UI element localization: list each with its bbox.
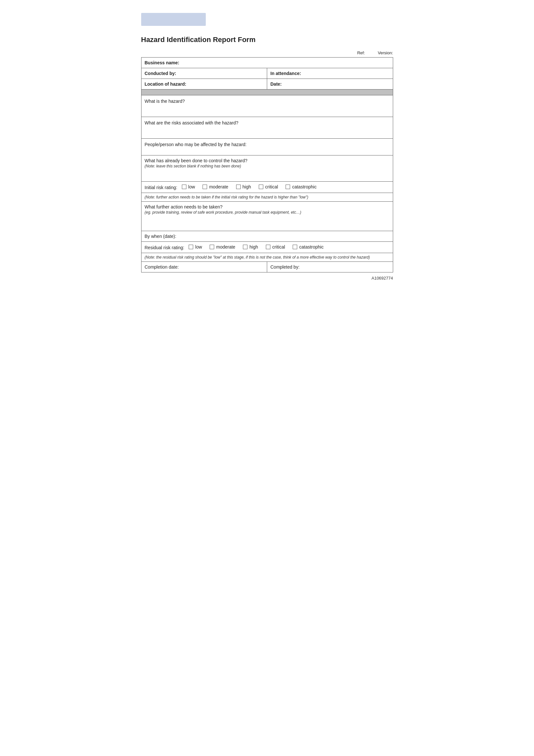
by-when-cell: By when (date): <box>141 231 393 242</box>
checkbox-box-moderate-residual[interactable] <box>210 245 214 249</box>
checkbox-box-critical-residual[interactable] <box>266 245 270 249</box>
q4-row: What has already been done to control th… <box>141 155 393 182</box>
checkbox-low-initial[interactable]: low <box>182 184 195 189</box>
residual-risk-row: Residual risk rating: low moderate high … <box>141 242 393 253</box>
q3-row: People/person who may be affected by the… <box>141 139 393 155</box>
in-attendance-label: In attendance: <box>270 71 301 76</box>
label-critical-initial: critical <box>265 184 278 189</box>
residual-note-text: (Note: the residual risk rating should b… <box>145 255 370 259</box>
conducted-by-label: Conducted by: <box>145 71 176 76</box>
initial-note-row: (Note: further action needs to be taken … <box>141 193 393 202</box>
main-form-table: Business name: Conducted by: In attendan… <box>141 57 393 273</box>
label-catastrophic-initial: catastrophic <box>292 184 316 189</box>
further-action-label: What further action needs to be taken? <box>145 204 222 209</box>
label-high-initial: high <box>242 184 251 189</box>
completed-by-cell: Completed by: <box>267 262 393 273</box>
initial-risk-row: Initial risk rating: low moderate high c… <box>141 182 393 193</box>
residual-note-row: (Note: the residual risk rating should b… <box>141 253 393 262</box>
q4-main-text: What has already been done to control th… <box>145 158 247 163</box>
footer-ref-number: A10692774 <box>371 276 393 281</box>
q3-text: People/person who may be affected by the… <box>145 142 247 147</box>
date-cell: Date: <box>267 79 393 90</box>
initial-note-text: (Note: further action needs to be taken … <box>145 195 309 200</box>
business-name-row: Business name: <box>141 58 393 68</box>
q2-row: What are the risks associated with the h… <box>141 117 393 139</box>
residual-risk-label: Residual risk rating: <box>145 245 185 250</box>
checkbox-box-high-residual[interactable] <box>243 245 247 249</box>
label-catastrophic-residual: catastrophic <box>299 244 323 250</box>
q1-cell: What is the hazard? <box>141 95 393 117</box>
logo-placeholder <box>141 13 206 26</box>
label-critical-residual: critical <box>272 244 285 250</box>
q4-note-text: (Note: leave this section blank if nothi… <box>145 164 241 168</box>
date-label: Date: <box>270 81 282 87</box>
q2-cell: What are the risks associated with the h… <box>141 117 393 139</box>
q2-text: What are the risks associated with the h… <box>145 120 239 125</box>
checkbox-box-low-residual[interactable] <box>189 245 193 249</box>
q1-row: What is the hazard? <box>141 95 393 117</box>
conducted-by-cell: Conducted by: <box>141 68 267 79</box>
in-attendance-cell: In attendance: <box>267 68 393 79</box>
location-cell: Location of hazard: <box>141 79 267 90</box>
by-when-label: By when (date): <box>145 234 176 239</box>
q3-cell: People/person who may be affected by the… <box>141 139 393 155</box>
page-title: Hazard Identification Report Form <box>141 36 393 44</box>
completed-by-label: Completed by: <box>270 264 299 270</box>
initial-note-cell: (Note: further action needs to be taken … <box>141 193 393 202</box>
ref-label: Ref: <box>357 50 365 55</box>
checkbox-high-residual[interactable]: high <box>243 244 258 250</box>
checkbox-box-high-initial[interactable] <box>236 185 241 189</box>
q1-text: What is the hazard? <box>145 98 185 104</box>
label-low-initial: low <box>188 184 195 189</box>
business-name-cell: Business name: <box>141 58 393 68</box>
location-date-row: Location of hazard: Date: <box>141 79 393 90</box>
checkbox-critical-residual[interactable]: critical <box>266 244 285 250</box>
by-when-row: By when (date): <box>141 231 393 242</box>
label-high-residual: high <box>249 244 258 250</box>
checkbox-critical-initial[interactable]: critical <box>259 184 278 189</box>
checkbox-moderate-residual[interactable]: moderate <box>210 244 235 250</box>
residual-note-cell: (Note: the residual risk rating should b… <box>141 253 393 262</box>
location-label: Location of hazard: <box>145 81 187 87</box>
checkbox-catastrophic-residual[interactable]: catastrophic <box>293 244 323 250</box>
section-header-cell <box>141 90 393 95</box>
checkbox-box-low-initial[interactable] <box>182 185 187 189</box>
label-moderate-initial: moderate <box>209 184 228 189</box>
initial-risk-cell: Initial risk rating: low moderate high c… <box>141 182 393 193</box>
further-action-row: What further action needs to be taken? (… <box>141 202 393 231</box>
further-action-cell: What further action needs to be taken? (… <box>141 202 393 231</box>
checkbox-box-critical-initial[interactable] <box>259 185 263 189</box>
checkbox-box-catastrophic-initial[interactable] <box>286 185 290 189</box>
section-divider-row <box>141 90 393 95</box>
conducted-row: Conducted by: In attendance: <box>141 68 393 79</box>
label-moderate-residual: moderate <box>216 244 235 250</box>
q4-cell: What has already been done to control th… <box>141 155 393 182</box>
checkbox-catastrophic-initial[interactable]: catastrophic <box>286 184 316 189</box>
completion-date-label: Completion date: <box>145 264 179 270</box>
completion-row: Completion date: Completed by: <box>141 262 393 273</box>
checkbox-box-catastrophic-residual[interactable] <box>293 245 297 249</box>
business-name-label: Business name: <box>145 60 179 65</box>
checkbox-high-initial[interactable]: high <box>236 184 251 189</box>
residual-risk-cell: Residual risk rating: low moderate high … <box>141 242 393 253</box>
checkbox-moderate-initial[interactable]: moderate <box>203 184 228 189</box>
version-label: Version: <box>378 50 393 55</box>
footer-ref: A10692774 <box>141 276 393 281</box>
checkbox-box-moderate-initial[interactable] <box>203 185 207 189</box>
label-low-residual: low <box>195 244 202 250</box>
completion-date-cell: Completion date: <box>141 262 267 273</box>
checkbox-low-residual[interactable]: low <box>189 244 202 250</box>
initial-risk-label: Initial risk rating: <box>145 185 177 190</box>
further-action-subtext: (eg. provide training, review of safe wo… <box>145 210 390 215</box>
